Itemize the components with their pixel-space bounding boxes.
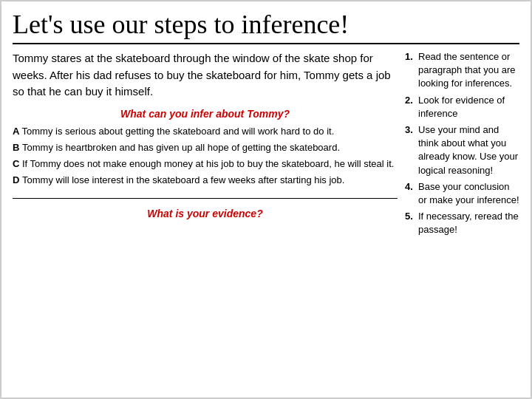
answers-list: A Tommy is serious about getting the ska… (13, 124, 398, 190)
step-number: 2. (405, 94, 415, 120)
step-item: 3.Use your mind and think about what you… (405, 123, 519, 177)
main-container: Let's use our steps to inference! Tommy … (0, 0, 532, 399)
answer-label: D (13, 174, 22, 185)
left-column: Tommy stares at the skateboard through t… (13, 50, 398, 390)
step-item: 5.If necessary, reread the passage! (405, 210, 519, 236)
answer-option: D Tommy will lose interest in the skateb… (13, 173, 398, 188)
answer-text: If Tommy does not make enough money at h… (22, 158, 394, 169)
step-number: 5. (405, 210, 415, 236)
answer-text: Tommy is heartbroken and has given up al… (22, 142, 340, 153)
page-title: Let's use our steps to inference! (13, 9, 519, 44)
step-text: Read the sentence or paragraph that you … (418, 50, 519, 91)
step-text: Base your conclusion or make your infere… (418, 180, 519, 207)
step-text: Use your mind and think about what you a… (418, 123, 519, 177)
step-number: 1. (405, 50, 415, 91)
right-column: 1.Read the sentence or paragraph that yo… (405, 50, 519, 390)
story-paragraph: Tommy stares at the skateboard through t… (13, 50, 398, 100)
content-area: Tommy stares at the skateboard through t… (13, 50, 519, 390)
question1-heading: What can you infer about Tommy? (13, 108, 398, 120)
step-item: 2.Look for evidence of inference (405, 94, 519, 120)
step-item: 4.Base your conclusion or make your infe… (405, 180, 519, 207)
step-text: If necessary, reread the passage! (418, 210, 519, 236)
answer-label: A (13, 126, 22, 137)
step-number: 4. (405, 180, 415, 207)
answer-text: Tommy is serious about getting the skate… (22, 126, 335, 137)
step-number: 3. (405, 123, 415, 177)
step-item: 1.Read the sentence or paragraph that yo… (405, 50, 519, 91)
answer-label: C (13, 158, 22, 169)
question2-heading: What is your evidence? (13, 208, 398, 219)
answer-label: B (13, 142, 22, 153)
answer-option: C If Tommy does not make enough money at… (13, 157, 398, 171)
answer-option: A Tommy is serious about getting the ska… (13, 124, 398, 139)
step-text: Look for evidence of inference (418, 94, 519, 120)
answer-text: Tommy will lose interest in the skateboa… (22, 174, 344, 185)
divider (13, 198, 398, 199)
answer-option: B Tommy is heartbroken and has given up … (13, 140, 398, 155)
